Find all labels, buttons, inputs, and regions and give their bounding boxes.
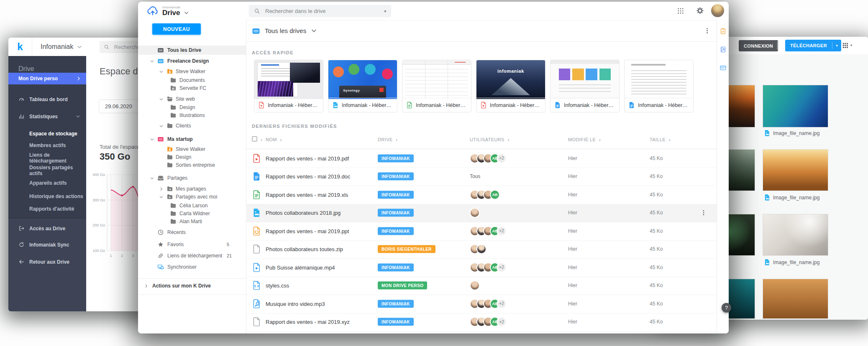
sidebar-item-r-cents[interactable]: Récents xyxy=(138,228,246,237)
sidebar-item-appareils-actifs[interactable]: Appareils actifs xyxy=(8,178,86,188)
chevron-down-icon[interactable] xyxy=(311,28,317,34)
table-row[interactable]: Rapport des ventes - mai 2019.docINFOMAN… xyxy=(246,168,717,186)
sidebar-item-partag-s-avec-moi[interactable]: Partagés avec moi xyxy=(138,192,246,201)
sidebar-item-rapports-d-activit-[interactable]: Rapports d'activité xyxy=(8,204,86,214)
chevron-down-icon xyxy=(76,114,80,119)
chevron-right-icon[interactable] xyxy=(159,187,164,191)
sidebar-item-label: Partages xyxy=(167,175,187,181)
sidebar-item-mon-drive-perso[interactable]: Mon Drive perso xyxy=(8,73,86,84)
brand-menu[interactable]: Infomaniak xyxy=(41,43,73,51)
chevron-down-icon[interactable] xyxy=(150,176,154,181)
quick-access-card[interactable]: Infomaniak - Héberge... xyxy=(254,60,323,112)
sidebar-item-liens-de-t-l-chargement[interactable]: Liens de téléchargement xyxy=(8,153,86,163)
chevron-down-icon[interactable] xyxy=(159,97,164,102)
sidebar-item-illustrations[interactable]: Illustrations xyxy=(138,111,246,120)
image-thumbnail-city[interactable] xyxy=(763,149,828,191)
image-thumbnail-satellite[interactable] xyxy=(763,85,828,127)
sidebar-item-acc-s-au-drive[interactable]: Accès au Drive xyxy=(8,223,86,234)
sidebar-item-site-web[interactable]: Site web xyxy=(138,94,246,104)
table-row[interactable]: Rapport des ventes - mai 2019.xlsINFOMAN… xyxy=(246,186,717,204)
drive-search-input[interactable] xyxy=(264,8,380,15)
k-logo[interactable]: k xyxy=(8,41,32,53)
chevron-down-icon[interactable] xyxy=(159,195,164,199)
sidebar-item-sorties-entreprise[interactable]: Sorties entreprise xyxy=(138,160,246,170)
download-button[interactable]: TÉLÉCHARGER ▾ xyxy=(785,40,841,51)
sidebar-item-tous-les-drive[interactable]: Tous les Drive xyxy=(138,46,246,55)
file-label[interactable]: Image_file_name.jpg xyxy=(764,130,819,137)
column-header-modifi-le[interactable]: MODIFIÉ LE ▾ xyxy=(568,137,601,142)
sort-caret-icon[interactable]: ▾ xyxy=(259,137,262,142)
drive-content: Tous les drives ACCÈS RAPIDE Infomaniak … xyxy=(246,20,717,333)
drive-selector[interactable]: Tous les drives xyxy=(265,27,306,34)
tasks-clipboard-icon[interactable] xyxy=(719,28,727,35)
file-name: Rapport des ventes - mai 2019.doc xyxy=(266,173,350,180)
sidebar-item-infomaniak-sync[interactable]: Infomaniak Sync xyxy=(8,239,86,250)
sidebar-item-clients[interactable]: Clients xyxy=(138,121,246,130)
chevron-down-icon[interactable]: ▾ xyxy=(832,42,841,49)
sidebar-item-alan-marti[interactable]: Alan Marti xyxy=(138,217,246,226)
file-name: styles.css xyxy=(266,282,289,289)
table-row[interactable]: Photos collaborateurs 2018.jpgINFOMANIAK… xyxy=(246,204,717,223)
column-header-drive[interactable]: DRIVE ▾ xyxy=(378,137,398,142)
table-row[interactable]: Musique intro video.mp3INFOMANIAKAB+2Hie… xyxy=(246,295,717,313)
file-label[interactable]: Image_file_name.jpg xyxy=(764,259,819,266)
table-row[interactable]: styles.cssMON DRIVE PERSOHier45 Ko xyxy=(246,277,717,295)
help-button[interactable]: ? xyxy=(722,303,731,313)
new-button[interactable]: NOUVEAU xyxy=(152,23,201,35)
quick-access-card[interactable]: infomaniakInfomaniak - Héberge... xyxy=(476,60,545,112)
more-menu-icon[interactable] xyxy=(704,27,711,34)
row-menu-icon[interactable] xyxy=(700,209,707,216)
file-label[interactable]: Image_file_name.jpg xyxy=(764,194,819,201)
sidebar-item-historique-des-actions[interactable]: Historique des actions xyxy=(8,191,86,202)
sidebar-item-liens-de-t-l-chargement[interactable]: Liens de téléchargement21 xyxy=(138,251,246,260)
quick-access-card[interactable]: Infomaniak - Héberge... xyxy=(550,60,620,112)
chevron-down-icon[interactable] xyxy=(159,69,164,74)
app-grid-icon[interactable] xyxy=(677,7,684,15)
table-row[interactable]: Pub Suisse alémanique.mp4INFOMANIAKAB+2H… xyxy=(246,258,717,277)
image-thumbnail-canyon[interactable] xyxy=(763,279,828,319)
sidebar-item-espace-de-stockage[interactable]: Espace de stockage xyxy=(8,128,86,139)
sidebar-item-partages[interactable]: Partages xyxy=(138,173,246,183)
select-all-checkbox[interactable] xyxy=(252,136,257,142)
quick-access-card[interactable]: SynologyInfomaniak - Héberge... xyxy=(328,60,397,112)
quick-access-card[interactable]: Infomaniak - Héberge... xyxy=(624,60,694,112)
column-header-nom[interactable]: NOM ▾ xyxy=(266,137,282,142)
gear-icon[interactable] xyxy=(696,7,704,15)
sidebar-item-tableau-de-bord[interactable]: Tableau de bord xyxy=(8,94,86,105)
drive-search[interactable]: ▾ xyxy=(249,5,391,17)
sidebar-item-favoris[interactable]: Favoris5 xyxy=(138,240,246,249)
sidebar-item-steve-walker[interactable]: Steve Walker xyxy=(138,67,246,76)
sidebar-item-servette-fc[interactable]: Servette FC xyxy=(138,84,246,93)
sidebar-item-ma-startup[interactable]: Ma startup xyxy=(138,135,246,144)
drive-logo[interactable]: Infomaniak Drive xyxy=(146,5,189,17)
chevron-down-icon[interactable]: ▾ xyxy=(850,43,852,47)
column-header-utilisateurs[interactable]: UTILISATEURS ▾ xyxy=(470,137,510,142)
sidebar-item-dossiers-partag-s-actifs[interactable]: Dossiers partagés actifs xyxy=(8,165,86,176)
modified-date: Hier xyxy=(568,301,577,307)
sidebar-title: Drive xyxy=(18,65,34,73)
view-grid-icon[interactable] xyxy=(842,42,849,49)
sidebar-item-freelance-design[interactable]: Freelance Design xyxy=(138,56,246,66)
image-thumbnail-building[interactable] xyxy=(763,214,828,256)
sidebar-item-synchroniser[interactable]: Synchroniser xyxy=(138,262,246,272)
table-row[interactable]: Rapport des ventes - mai 2019.xyzINFOMAN… xyxy=(246,313,717,332)
sidebar-item-retour-aux-drive[interactable]: Retour aux Drive xyxy=(8,256,86,267)
news-screen-icon[interactable] xyxy=(719,64,727,71)
column-header-taille[interactable]: TAILLE ▾ xyxy=(650,137,671,142)
table-row[interactable]: Photos collaborateurs toutes.zipBORIS SI… xyxy=(246,240,717,259)
chevron-down-icon[interactable] xyxy=(150,59,154,64)
quick-access-card[interactable]: Infomaniak - Héberge... xyxy=(402,60,471,112)
chevron-down-icon[interactable] xyxy=(159,124,164,128)
zip-file-icon xyxy=(253,244,261,254)
avatar[interactable] xyxy=(711,4,724,17)
contacts-book-icon[interactable] xyxy=(719,46,727,53)
sidebar-item-membres-actifs[interactable]: Membres actifs xyxy=(8,140,86,151)
sidebar-item-statistiques[interactable]: Statistiques xyxy=(8,111,86,122)
chevron-down-icon[interactable]: ▾ xyxy=(384,9,386,13)
table-row[interactable]: Rapport des ventes - mai 2019.pdfINFOMAN… xyxy=(246,149,717,168)
sidebar-item-label: Freelance Design xyxy=(167,58,209,64)
table-row[interactable]: Rapport des ventes - mai 2019.pptINFOMAN… xyxy=(246,222,717,241)
connexion-button[interactable]: CONNEXION xyxy=(739,40,778,51)
chevron-down-icon[interactable] xyxy=(150,137,154,142)
sidebar-item-actions-kdrive[interactable]: Actions sur mon K Drive xyxy=(138,281,246,290)
